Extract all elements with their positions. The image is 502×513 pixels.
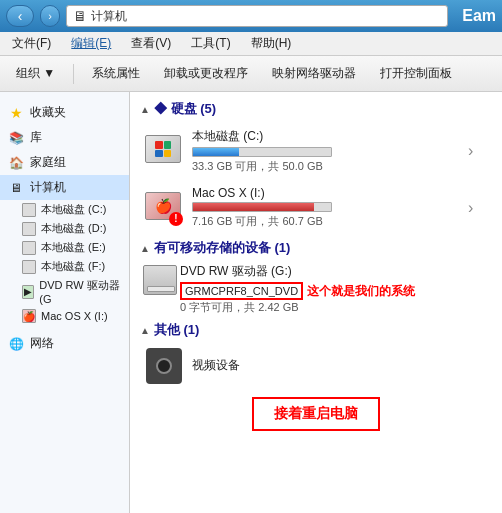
- dvd-info: DVD RW 驱动器 (G:) GRMCPRF8_CN_DVD 这个就是我们的系…: [180, 263, 492, 315]
- uninstall-button[interactable]: 卸载或更改程序: [156, 61, 256, 86]
- video-device-name: 视频设备: [192, 357, 488, 374]
- sidebar-drive-c-label: 本地磁盘 (C:): [41, 202, 106, 217]
- drive-c-info: 本地磁盘 (C:) 33.3 GB 可用，共 50.0 GB: [192, 128, 460, 174]
- other-section-label: 其他 (1): [154, 321, 200, 339]
- menu-view[interactable]: 查看(V): [127, 33, 175, 54]
- mac-icon: 🍎: [22, 309, 36, 323]
- dvd-drive-name: DVD RW 驱动器 (G:): [180, 263, 492, 280]
- computer-icon: 🖥: [73, 8, 87, 24]
- eam-label: Eam: [462, 7, 496, 25]
- organize-button[interactable]: 组织 ▼: [8, 61, 63, 86]
- camera-icon: [146, 348, 182, 384]
- system-props-button[interactable]: 系统属性: [84, 61, 148, 86]
- dvd-nav-icon: ▶: [22, 285, 34, 299]
- drive-c-name: 本地磁盘 (C:): [192, 128, 460, 145]
- dvd-disc-row: GRMCPRF8_CN_DVD 这个就是我们的系统: [180, 282, 492, 300]
- address-text: 计算机: [91, 8, 127, 25]
- restart-btn-container: 接着重启电脑: [140, 397, 492, 431]
- dvd-drive-size: 0 字节可用，共 2.42 GB: [180, 300, 492, 315]
- other-triangle: ▲: [140, 325, 150, 336]
- dvd-disc-highlight: GRMCPRF8_CN_DVD: [180, 282, 303, 300]
- video-device-info: 视频设备: [192, 357, 488, 376]
- drive-c-fill: [193, 148, 239, 156]
- back-button[interactable]: ‹: [6, 5, 34, 27]
- sidebar-network[interactable]: 🌐 网络: [0, 331, 129, 356]
- sidebar-macosx-label: Mac OS X (I:): [41, 310, 108, 322]
- menu-bar: 文件(F) 编辑(E) 查看(V) 工具(T) 帮助(H): [0, 32, 502, 56]
- dvd-drive-icon: [140, 263, 180, 297]
- drive-c-progress: [192, 147, 332, 157]
- hdd-section-header: ▲ ◆ 硬盘 (5): [140, 100, 492, 118]
- forward-button[interactable]: ›: [40, 5, 60, 27]
- removable-triangle: ▲: [140, 243, 150, 254]
- sidebar-homegroup[interactable]: 🏠 家庭组: [0, 150, 129, 175]
- drive-mac-fill: [193, 203, 314, 211]
- sidebar-favorites[interactable]: ★ 收藏夹: [0, 100, 129, 125]
- dvd-annotation: 这个就是我们的系统: [307, 283, 415, 300]
- drive-mac-progress: [192, 202, 332, 212]
- network-icon: 🌐: [8, 336, 24, 352]
- map-drive-button[interactable]: 映射网络驱动器: [264, 61, 364, 86]
- drive-c-size: 33.3 GB 可用，共 50.0 GB: [192, 159, 460, 174]
- other-section-header: ▲ 其他 (1): [140, 321, 492, 339]
- sidebar-computer[interactable]: 🖥 计算机: [0, 175, 129, 200]
- control-panel-button[interactable]: 打开控制面板: [372, 61, 460, 86]
- removable-section-label: 有可移动存储的设备 (1): [154, 239, 291, 257]
- drive-mac-name: Mac OS X (I:): [192, 186, 460, 200]
- drive-mac-info: Mac OS X (I:) 7.16 GB 可用，共 60.7 GB: [192, 186, 460, 229]
- drive-c-icon: [144, 134, 184, 168]
- toolbar-separator: [73, 64, 74, 84]
- menu-edit[interactable]: 编辑(E): [67, 33, 115, 54]
- sidebar-drive-e[interactable]: 本地磁盘 (E:): [0, 238, 129, 257]
- drive-c-arrow: ›: [468, 142, 488, 160]
- homegroup-icon: 🏠: [8, 155, 24, 171]
- sidebar-dvd-label: DVD RW 驱动器 (G: [39, 278, 121, 305]
- sidebar-drive-f-label: 本地磁盘 (F:): [41, 259, 105, 274]
- star-icon: ★: [8, 105, 24, 121]
- sidebar-homegroup-label: 家庭组: [30, 154, 66, 171]
- sidebar-library-label: 库: [30, 129, 42, 146]
- disk-d-icon: [22, 222, 36, 236]
- dvd-tray: [147, 286, 175, 292]
- drive-mac-item[interactable]: 🍎 ! Mac OS X (I:) 7.16 GB 可用，共 60.7 GB ›: [140, 182, 492, 233]
- video-device-item[interactable]: 视频设备: [140, 345, 492, 387]
- menu-tools[interactable]: 工具(T): [187, 33, 234, 54]
- content-area: ▲ ◆ 硬盘 (5) 本: [130, 92, 502, 513]
- address-bar[interactable]: 🖥 计算机: [66, 5, 448, 27]
- sidebar-macosx[interactable]: 🍎 Mac OS X (I:): [0, 307, 129, 325]
- title-bar: ‹ › 🖥 计算机 Eam: [0, 0, 502, 32]
- hdd-triangle: ▲: [140, 104, 150, 115]
- dvd-body: [143, 265, 177, 295]
- library-icon: 📚: [8, 130, 24, 146]
- sidebar-network-label: 网络: [30, 335, 54, 352]
- menu-help[interactable]: 帮助(H): [247, 33, 296, 54]
- camera-lens: [156, 358, 172, 374]
- main-layout: ★ 收藏夹 📚 库 🏠 家庭组 🖥 计算机 本地磁盘 (C:) 本地磁盘 (D:…: [0, 92, 502, 513]
- video-device-icon: [144, 349, 184, 383]
- disk-f-icon: [22, 260, 36, 274]
- sidebar: ★ 收藏夹 📚 库 🏠 家庭组 🖥 计算机 本地磁盘 (C:) 本地磁盘 (D:…: [0, 92, 130, 513]
- sidebar-computer-label: 计算机: [30, 179, 66, 196]
- menu-file[interactable]: 文件(F): [8, 33, 55, 54]
- sidebar-dvd[interactable]: ▶ DVD RW 驱动器 (G: [0, 276, 129, 307]
- sidebar-favorites-label: 收藏夹: [30, 104, 66, 121]
- dvd-drive-item[interactable]: DVD RW 驱动器 (G:) GRMCPRF8_CN_DVD 这个就是我们的系…: [140, 263, 492, 315]
- sidebar-drive-e-label: 本地磁盘 (E:): [41, 240, 106, 255]
- dvd-name-label: DVD RW 驱动器 (G:): [180, 264, 292, 278]
- drive-c-item[interactable]: 本地磁盘 (C:) 33.3 GB 可用，共 50.0 GB ›: [140, 124, 492, 178]
- sidebar-drive-c[interactable]: 本地磁盘 (C:): [0, 200, 129, 219]
- toolbar: 组织 ▼ 系统属性 卸载或更改程序 映射网络驱动器 打开控制面板: [0, 56, 502, 92]
- sidebar-drive-d[interactable]: 本地磁盘 (D:): [0, 219, 129, 238]
- disk-e-icon: [22, 241, 36, 255]
- sidebar-drive-f[interactable]: 本地磁盘 (F:): [0, 257, 129, 276]
- drive-mac-arrow: ›: [468, 199, 488, 217]
- restart-button[interactable]: 接着重启电脑: [252, 397, 380, 431]
- drive-mac-size: 7.16 GB 可用，共 60.7 GB: [192, 214, 460, 229]
- drive-mac-icon: 🍎 !: [144, 191, 184, 225]
- sidebar-drive-d-label: 本地磁盘 (D:): [41, 221, 106, 236]
- hdd-section-label: ◆ 硬盘 (5): [154, 100, 216, 118]
- disk-c-icon: [22, 203, 36, 217]
- computer-nav-icon: 🖥: [8, 180, 24, 196]
- sidebar-library[interactable]: 📚 库: [0, 125, 129, 150]
- removable-section-header: ▲ 有可移动存储的设备 (1): [140, 239, 492, 257]
